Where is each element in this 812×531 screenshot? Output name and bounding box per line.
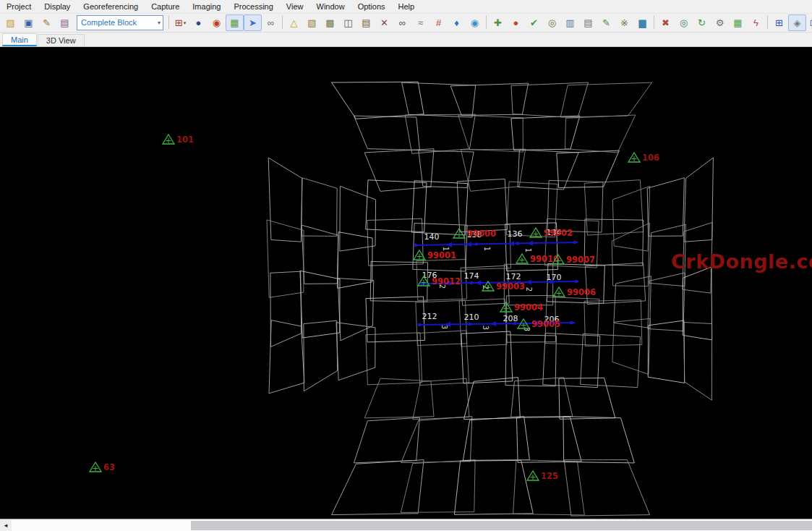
control-point[interactable]: 99012 (418, 276, 461, 286)
photo-id-label[interactable]: 170 (547, 273, 562, 282)
block-selector[interactable]: Complete Block▾ (77, 15, 163, 30)
menu-display[interactable]: Display (38, 1, 77, 12)
tile-views-icon: ⊞ (775, 18, 783, 27)
tracking-button[interactable]: ※ (615, 14, 633, 31)
refresh-button[interactable]: ↻ (693, 14, 711, 31)
gear-button[interactable]: ⚙ (711, 14, 729, 31)
tools-cross-button[interactable]: ✖ (657, 14, 675, 31)
warning-triangle-button[interactable]: △ (285, 14, 303, 31)
edit-image-button[interactable]: ▧ (303, 14, 321, 31)
block-footprint-button[interactable]: ⊞▾ (171, 14, 189, 31)
control-point[interactable]: 63 (90, 462, 115, 472)
scrollbar-track[interactable] (12, 520, 812, 531)
open-project-icon: ▨ (6, 18, 14, 27)
tab-main[interactable]: Main (2, 33, 37, 46)
chevron-down-icon: ▾ (158, 20, 161, 26)
menu-project[interactable]: Project (0, 1, 38, 12)
control-point[interactable]: 99006 (553, 287, 596, 297)
dome-button[interactable]: ▆ (633, 14, 651, 31)
control-point[interactable]: 99000 (453, 229, 496, 239)
camera-terrain-button[interactable]: ▤ (357, 14, 375, 31)
review-eye-button[interactable]: ◎ (543, 14, 561, 31)
image-display-button[interactable]: ▦ (226, 14, 244, 31)
printer-button[interactable]: ▤ (579, 14, 597, 31)
tie-point-dot (475, 242, 478, 245)
photo-id-label[interactable]: 212 (422, 312, 437, 321)
tie-point-dot (516, 242, 519, 245)
scroll-left-button[interactable]: ◂ (0, 520, 12, 531)
grid-points-button[interactable]: # (429, 14, 448, 31)
control-point[interactable]: 125 (527, 471, 558, 481)
image-green-button[interactable]: ▦ (729, 14, 747, 31)
camera-capture-button[interactable]: ◉ (466, 14, 484, 31)
pan-hand-button[interactable]: ◈ (788, 14, 806, 31)
open-project-button[interactable]: ▨ (1, 14, 20, 31)
edit-image-icon: ▧ (307, 18, 316, 27)
tabbar: Main3D View (0, 33, 812, 47)
dark-sphere-button[interactable]: ● (189, 14, 208, 31)
warning-triangle-icon: △ (291, 18, 298, 27)
photo-id-label[interactable]: 172 (506, 272, 521, 281)
tab-3d-view[interactable]: 3D View (38, 34, 85, 46)
control-point-id-label: 99004 (514, 302, 543, 313)
stereo-cameras-button[interactable]: ∞ (393, 14, 411, 31)
image-display-icon: ▦ (230, 18, 239, 27)
menu-processing[interactable]: Processing (227, 1, 279, 12)
photo-id-label[interactable]: 140 (424, 232, 440, 242)
dome-icon: ▆ (639, 18, 646, 27)
photo-id-label[interactable]: 208 (503, 314, 518, 323)
chevron-down-icon: ▾ (184, 20, 187, 25)
photo-id-label[interactable]: 174 (464, 271, 479, 281)
review-eye-icon: ◎ (548, 18, 556, 27)
visibility-eye-button[interactable]: ◎ (675, 14, 693, 31)
combo-value: Complete Block (81, 18, 137, 27)
watermark: CrkDongle.com (671, 250, 812, 273)
tie-point-dot (469, 323, 471, 326)
photo-id-label[interactable]: 136 (508, 229, 523, 239)
photo-stack-button[interactable]: ▩ (321, 14, 339, 31)
control-point[interactable]: 101 (163, 135, 194, 145)
arrowhead-left-icon (526, 279, 531, 284)
save-button[interactable]: ▣ (20, 14, 38, 31)
link-pair-button[interactable]: ∞ (262, 14, 280, 31)
terrain-point-button[interactable]: ✚ (489, 14, 507, 31)
route-image-button[interactable]: ϟ (747, 14, 765, 31)
photo-manager-button[interactable]: ▤ (56, 14, 74, 31)
strip-number-label: 1 (483, 246, 491, 250)
control-point[interactable]: 106 (628, 153, 659, 163)
photo-id-label[interactable]: 210 (464, 313, 479, 322)
menu-options[interactable]: Options (351, 1, 392, 12)
red-cap-point-button[interactable]: ● (507, 14, 525, 31)
toolbar-separator (282, 16, 283, 29)
camera-image-button[interactable]: ◫ (339, 14, 357, 31)
toolbar: ▨▣✎▤Complete Block▾⊞▾●◉▦➤∞△▧▩◫▤✕∞≈#♦◉✚●✔… (0, 14, 812, 33)
edit-report-button[interactable]: ✎ (38, 14, 56, 31)
gear-icon: ⚙ (716, 18, 725, 27)
tripod-button[interactable]: ✕ (375, 14, 393, 31)
sketch-button[interactable]: ✎ (597, 14, 615, 31)
zoom-window-button[interactable]: ⊡▾ (806, 14, 812, 31)
stereo-terrain-button[interactable]: ≈ (411, 14, 429, 31)
control-point[interactable]: 99010 (516, 254, 559, 264)
application-window: ProjectDisplayGeoreferencingCaptureImagi… (0, 0, 812, 531)
menu-view[interactable]: View (280, 1, 310, 12)
tile-views-button[interactable]: ⊞ (770, 14, 788, 31)
menu-georeferencing[interactable]: Georeferencing (77, 1, 145, 12)
control-point[interactable]: 99001 (414, 250, 456, 260)
block-view-canvas[interactable]: 1401381361341111761741721702222122102082… (0, 47, 812, 519)
menu-capture[interactable]: Capture (145, 1, 186, 12)
menu-imaging[interactable]: Imaging (186, 1, 227, 12)
horizontal-scrollbar[interactable]: ◂ (0, 519, 812, 531)
scrollbar-thumb[interactable] (191, 521, 812, 530)
stereo-terrain-icon: ≈ (418, 18, 423, 27)
brush-check-button[interactable]: ✔ (525, 14, 543, 31)
menu-window[interactable]: Window (310, 1, 351, 12)
link-pair-icon: ∞ (268, 18, 274, 27)
red-sphere-check-button[interactable]: ◉ (208, 14, 226, 31)
menu-help[interactable]: Help (392, 1, 422, 12)
select-cursor-button[interactable]: ➤ (244, 14, 262, 31)
strip-number-label: 1 (524, 247, 532, 252)
table-columns-button[interactable]: ▥ (561, 14, 579, 31)
pushpin-icon: ♦ (454, 18, 459, 27)
pushpin-button[interactable]: ♦ (448, 14, 466, 31)
